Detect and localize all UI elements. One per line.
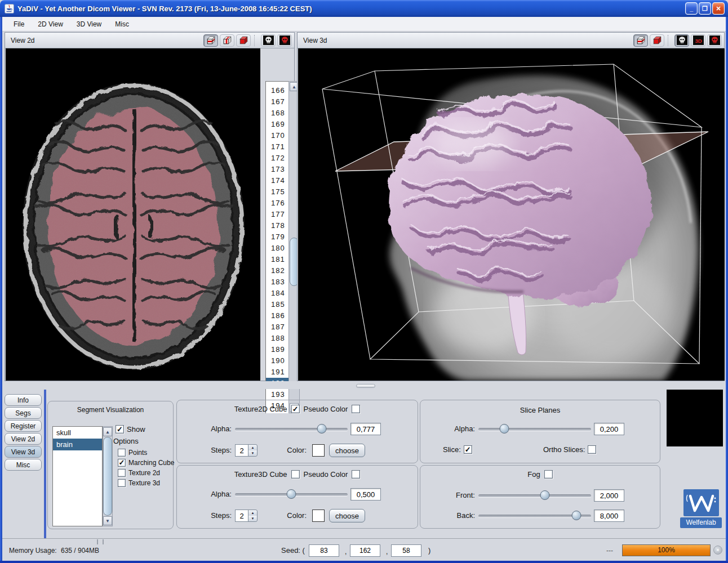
texture3d-checkbox[interactable] (291, 470, 300, 479)
fog-front-field[interactable] (594, 489, 624, 502)
slice-row-166[interactable]: 166 (266, 85, 288, 96)
slice-checkbox[interactable]: ✓ (464, 445, 472, 454)
slice-row-182[interactable]: 182 (266, 265, 288, 276)
skull-white-icon[interactable] (674, 34, 689, 47)
slice-row-167[interactable]: 167 (266, 96, 288, 108)
slice-row-179[interactable]: 179 (266, 231, 288, 243)
segment-list-scrollbar[interactable]: ▲ ▼ (103, 426, 113, 526)
scrollbar-thumb[interactable] (103, 437, 112, 516)
texture2d-checkbox[interactable]: ✓ (291, 405, 300, 413)
tab-info[interactable]: Info (5, 394, 42, 406)
fog-back-slider[interactable] (478, 510, 591, 521)
scroll-up-button[interactable]: ▲ (103, 427, 112, 436)
steps-value-field[interactable] (235, 510, 248, 522)
slice-row-183[interactable]: 183 (266, 276, 288, 288)
alpha-slider[interactable] (478, 423, 591, 435)
slice-row-184[interactable]: 184 (266, 288, 288, 299)
alpha-value-field[interactable] (350, 488, 381, 501)
seed-x-field[interactable] (309, 544, 339, 557)
menu-3d-view[interactable]: 3D View (71, 19, 107, 30)
slider-thumb[interactable] (572, 511, 581, 520)
slice-row-172[interactable]: 172 (266, 153, 288, 164)
points-checkbox[interactable] (118, 449, 126, 457)
tab-view-3d[interactable]: View 3d (5, 446, 42, 458)
alpha-slider[interactable] (235, 489, 348, 500)
segment-list[interactable]: skullbrain (52, 426, 103, 526)
choose-color-button[interactable]: choose (329, 509, 365, 522)
texture-3d-checkbox[interactable] (118, 479, 126, 487)
slice-row-176[interactable]: 176 (266, 198, 288, 209)
slice-row-189[interactable]: 189 (266, 344, 288, 355)
slice-row-175[interactable]: 175 (266, 186, 288, 198)
skull-white-icon[interactable] (261, 34, 276, 47)
tab-misc[interactable]: Misc (5, 459, 42, 471)
view-3d-icon[interactable]: 3D (691, 34, 705, 47)
ortho-slices-checkbox[interactable] (588, 445, 596, 454)
tab-view-2d[interactable]: View 2d (5, 433, 42, 445)
slider-thumb[interactable] (500, 424, 509, 434)
seed-z-field[interactable] (391, 544, 421, 557)
slider-track[interactable] (235, 428, 348, 431)
menu-misc[interactable]: Misc (109, 19, 135, 30)
close-button[interactable]: ✕ (712, 2, 725, 15)
scroll-down-button[interactable]: ▼ (103, 516, 112, 525)
tab-segs[interactable]: Segs (5, 407, 42, 419)
tab-register[interactable]: Register (5, 420, 42, 432)
slice-row-191[interactable]: 191 (266, 367, 288, 378)
marching-cube-checkbox[interactable]: ✓ (118, 459, 126, 467)
steps-value-field[interactable] (235, 444, 248, 457)
slice-number-list[interactable]: 1651661671681691701711721731741751761771… (265, 81, 288, 413)
progress-close-icon[interactable]: × (713, 546, 722, 555)
slider-track[interactable] (478, 494, 591, 497)
alpha-slider[interactable] (235, 423, 348, 435)
axial-mri-viewport[interactable] (6, 48, 260, 381)
show-checkbox[interactable]: ✓ (116, 425, 124, 434)
slice-row-174[interactable]: 174 (266, 175, 288, 186)
fog-back-field[interactable] (594, 510, 624, 522)
slice-row-181[interactable]: 181 (266, 254, 288, 265)
slice-row-168[interactable]: 168 (266, 108, 288, 119)
splitter-handle[interactable] (356, 384, 375, 388)
choose-color-button[interactable]: choose (329, 444, 365, 457)
slider-thumb[interactable] (317, 424, 327, 434)
cube-axial-slice-icon[interactable] (633, 34, 648, 47)
slider-thumb[interactable] (540, 490, 550, 500)
cube-volume-red-icon[interactable] (236, 34, 251, 47)
skull-red-icon[interactable] (707, 34, 722, 47)
maximize-button[interactable]: ❐ (699, 2, 711, 15)
slice-row-190[interactable]: 190 (266, 355, 288, 367)
texture-2d-checkbox[interactable] (118, 469, 126, 477)
alpha-value-field[interactable] (350, 423, 381, 435)
slice-row-193[interactable]: 193 (266, 389, 288, 400)
slice-row-177[interactable]: 177 (266, 209, 288, 220)
cube-axial-slice-icon[interactable] (203, 34, 218, 47)
slider-track[interactable] (478, 428, 591, 431)
fog-checkbox[interactable] (544, 470, 553, 479)
slice-row-170[interactable]: 170 (266, 130, 288, 141)
slice-row-186[interactable]: 186 (266, 310, 288, 321)
slice-row-178[interactable]: 178 (266, 220, 288, 231)
pseudo-color-checkbox[interactable] (352, 405, 360, 413)
slice-row-188[interactable]: 188 (266, 333, 288, 344)
cube-sagittal-slice-icon[interactable] (220, 34, 234, 47)
title-bar[interactable]: YaDiV - Yet Another Dicom Viewer - SVN R… (0, 0, 728, 17)
pseudo-color-checkbox[interactable] (352, 470, 360, 479)
alpha-value-field[interactable] (594, 423, 624, 435)
slice-row-173[interactable]: 173 (266, 164, 288, 175)
volume-3d-viewport[interactable] (298, 48, 725, 381)
horizontal-splitter[interactable] (2, 381, 726, 389)
seed-y-field[interactable] (350, 544, 380, 557)
cube-volume-red-icon[interactable] (650, 34, 664, 47)
skull-red-icon[interactable] (277, 34, 292, 47)
slice-row-185[interactable]: 185 (266, 299, 288, 310)
segment-item-brain[interactable]: brain (53, 439, 102, 450)
fog-front-slider[interactable] (478, 490, 591, 501)
slice-row-171[interactable]: 171 (266, 141, 288, 153)
menu-2d-view[interactable]: 2D View (32, 19, 68, 30)
slice-row-187[interactable]: 187 (266, 321, 288, 333)
slice-row-165[interactable]: 165 (266, 81, 288, 85)
menu-file[interactable]: File (8, 19, 30, 30)
segment-item-skull[interactable]: skull (53, 427, 102, 439)
slice-row-180[interactable]: 180 (266, 243, 288, 254)
slider-thumb[interactable] (287, 489, 296, 499)
